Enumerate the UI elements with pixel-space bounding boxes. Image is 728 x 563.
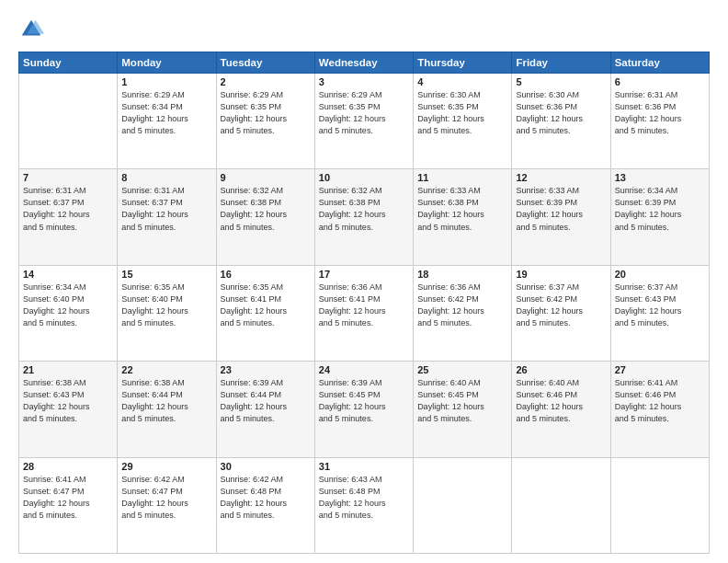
calendar-cell: 20Sunrise: 6:37 AM Sunset: 6:43 PM Dayli… [610, 265, 709, 361]
day-info: Sunrise: 6:38 AM Sunset: 6:44 PM Dayligh… [121, 377, 211, 425]
calendar-day-header: Monday [118, 52, 216, 74]
day-number: 28 [23, 461, 113, 472]
day-info: Sunrise: 6:42 AM Sunset: 6:48 PM Dayligh… [221, 474, 311, 522]
calendar-header-row: SundayMondayTuesdayWednesdayThursdayFrid… [19, 52, 710, 74]
calendar-day-header: Friday [512, 52, 610, 74]
calendar-cell: 19Sunrise: 6:37 AM Sunset: 6:42 PM Dayli… [512, 265, 610, 361]
day-info: Sunrise: 6:40 AM Sunset: 6:45 PM Dayligh… [417, 377, 507, 425]
day-info: Sunrise: 6:34 AM Sunset: 6:39 PM Dayligh… [615, 185, 705, 233]
calendar-cell: 9Sunrise: 6:32 AM Sunset: 6:38 PM Daylig… [216, 169, 314, 265]
calendar-cell: 15Sunrise: 6:35 AM Sunset: 6:40 PM Dayli… [118, 265, 216, 361]
calendar-cell: 30Sunrise: 6:42 AM Sunset: 6:48 PM Dayli… [216, 457, 314, 553]
day-number: 27 [615, 364, 705, 375]
day-number: 12 [516, 172, 606, 183]
calendar-cell [512, 457, 610, 553]
day-number: 2 [221, 76, 311, 87]
calendar-cell: 11Sunrise: 6:33 AM Sunset: 6:38 PM Dayli… [414, 169, 512, 265]
day-info: Sunrise: 6:29 AM Sunset: 6:35 PM Dayligh… [221, 89, 311, 137]
day-info: Sunrise: 6:29 AM Sunset: 6:34 PM Dayligh… [121, 89, 211, 137]
day-number: 8 [121, 172, 211, 183]
calendar-cell [19, 74, 118, 169]
day-number: 6 [615, 76, 705, 87]
calendar-cell: 7Sunrise: 6:31 AM Sunset: 6:37 PM Daylig… [19, 169, 118, 265]
day-info: Sunrise: 6:30 AM Sunset: 6:36 PM Dayligh… [516, 89, 606, 137]
day-number: 26 [516, 364, 606, 375]
calendar-week-row: 14Sunrise: 6:34 AM Sunset: 6:40 PM Dayli… [19, 265, 710, 361]
day-info: Sunrise: 6:35 AM Sunset: 6:40 PM Dayligh… [121, 282, 211, 329]
day-number: 21 [23, 364, 113, 375]
day-number: 10 [319, 172, 409, 183]
day-info: Sunrise: 6:43 AM Sunset: 6:48 PM Dayligh… [319, 474, 409, 522]
calendar-cell: 29Sunrise: 6:42 AM Sunset: 6:47 PM Dayli… [118, 457, 216, 553]
day-number: 16 [221, 269, 311, 280]
calendar-cell: 14Sunrise: 6:34 AM Sunset: 6:40 PM Dayli… [19, 265, 118, 361]
day-info: Sunrise: 6:39 AM Sunset: 6:44 PM Dayligh… [221, 377, 311, 425]
day-number: 18 [417, 269, 507, 280]
calendar-cell: 5Sunrise: 6:30 AM Sunset: 6:36 PM Daylig… [512, 74, 610, 169]
day-info: Sunrise: 6:36 AM Sunset: 6:41 PM Dayligh… [319, 282, 409, 329]
day-number: 7 [23, 172, 113, 183]
calendar-cell: 28Sunrise: 6:41 AM Sunset: 6:47 PM Dayli… [19, 457, 118, 553]
calendar-cell: 6Sunrise: 6:31 AM Sunset: 6:36 PM Daylig… [610, 74, 709, 169]
day-number: 1 [121, 76, 211, 87]
calendar-cell: 10Sunrise: 6:32 AM Sunset: 6:38 PM Dayli… [314, 169, 413, 265]
day-number: 19 [516, 269, 606, 280]
calendar-day-header: Tuesday [216, 52, 314, 74]
day-number: 29 [121, 461, 211, 472]
header [18, 17, 710, 42]
calendar-week-row: 21Sunrise: 6:38 AM Sunset: 6:43 PM Dayli… [19, 362, 710, 457]
calendar-cell: 1Sunrise: 6:29 AM Sunset: 6:34 PM Daylig… [118, 74, 216, 169]
day-info: Sunrise: 6:38 AM Sunset: 6:43 PM Dayligh… [23, 377, 113, 425]
calendar-cell: 23Sunrise: 6:39 AM Sunset: 6:44 PM Dayli… [216, 362, 314, 457]
day-number: 24 [319, 364, 409, 375]
day-info: Sunrise: 6:29 AM Sunset: 6:35 PM Dayligh… [319, 89, 409, 137]
logo-icon [18, 17, 44, 42]
calendar-cell [414, 457, 512, 553]
calendar-cell: 31Sunrise: 6:43 AM Sunset: 6:48 PM Dayli… [314, 457, 413, 553]
calendar-cell: 3Sunrise: 6:29 AM Sunset: 6:35 PM Daylig… [314, 74, 413, 169]
day-number: 15 [121, 269, 211, 280]
calendar-cell: 22Sunrise: 6:38 AM Sunset: 6:44 PM Dayli… [118, 362, 216, 457]
day-info: Sunrise: 6:41 AM Sunset: 6:46 PM Dayligh… [615, 377, 705, 425]
day-info: Sunrise: 6:33 AM Sunset: 6:39 PM Dayligh… [516, 185, 606, 233]
calendar-cell: 25Sunrise: 6:40 AM Sunset: 6:45 PM Dayli… [414, 362, 512, 457]
calendar-cell: 16Sunrise: 6:35 AM Sunset: 6:41 PM Dayli… [216, 265, 314, 361]
calendar-day-header: Sunday [19, 52, 118, 74]
day-info: Sunrise: 6:30 AM Sunset: 6:35 PM Dayligh… [417, 89, 507, 137]
calendar-week-row: 7Sunrise: 6:31 AM Sunset: 6:37 PM Daylig… [19, 169, 710, 265]
calendar-day-header: Wednesday [314, 52, 413, 74]
calendar-cell: 2Sunrise: 6:29 AM Sunset: 6:35 PM Daylig… [216, 74, 314, 169]
calendar-cell: 12Sunrise: 6:33 AM Sunset: 6:39 PM Dayli… [512, 169, 610, 265]
calendar-cell: 27Sunrise: 6:41 AM Sunset: 6:46 PM Dayli… [610, 362, 709, 457]
day-info: Sunrise: 6:37 AM Sunset: 6:43 PM Dayligh… [615, 282, 705, 329]
calendar-cell: 13Sunrise: 6:34 AM Sunset: 6:39 PM Dayli… [610, 169, 709, 265]
day-number: 31 [319, 461, 409, 472]
day-info: Sunrise: 6:40 AM Sunset: 6:46 PM Dayligh… [516, 377, 606, 425]
day-info: Sunrise: 6:42 AM Sunset: 6:47 PM Dayligh… [121, 474, 211, 522]
day-number: 30 [221, 461, 311, 472]
day-number: 5 [516, 76, 606, 87]
calendar-cell: 4Sunrise: 6:30 AM Sunset: 6:35 PM Daylig… [414, 74, 512, 169]
day-info: Sunrise: 6:32 AM Sunset: 6:38 PM Dayligh… [319, 185, 409, 233]
day-info: Sunrise: 6:39 AM Sunset: 6:45 PM Dayligh… [319, 377, 409, 425]
day-number: 17 [319, 269, 409, 280]
day-info: Sunrise: 6:31 AM Sunset: 6:36 PM Dayligh… [615, 89, 705, 137]
day-number: 25 [417, 364, 507, 375]
day-info: Sunrise: 6:34 AM Sunset: 6:40 PM Dayligh… [23, 282, 113, 329]
calendar-table: SundayMondayTuesdayWednesdayThursdayFrid… [18, 52, 710, 554]
day-info: Sunrise: 6:41 AM Sunset: 6:47 PM Dayligh… [23, 474, 113, 522]
day-number: 20 [615, 269, 705, 280]
day-number: 13 [615, 172, 705, 183]
calendar-day-header: Saturday [610, 52, 709, 74]
day-info: Sunrise: 6:35 AM Sunset: 6:41 PM Dayligh… [221, 282, 311, 329]
calendar-cell: 26Sunrise: 6:40 AM Sunset: 6:46 PM Dayli… [512, 362, 610, 457]
day-number: 22 [121, 364, 211, 375]
day-info: Sunrise: 6:33 AM Sunset: 6:38 PM Dayligh… [417, 185, 507, 233]
logo [18, 17, 48, 42]
day-number: 23 [221, 364, 311, 375]
page: SundayMondayTuesdayWednesdayThursdayFrid… [0, 0, 728, 563]
day-info: Sunrise: 6:32 AM Sunset: 6:38 PM Dayligh… [221, 185, 311, 233]
calendar-week-row: 1Sunrise: 6:29 AM Sunset: 6:34 PM Daylig… [19, 74, 710, 169]
calendar-cell: 24Sunrise: 6:39 AM Sunset: 6:45 PM Dayli… [314, 362, 413, 457]
calendar-day-header: Thursday [414, 52, 512, 74]
